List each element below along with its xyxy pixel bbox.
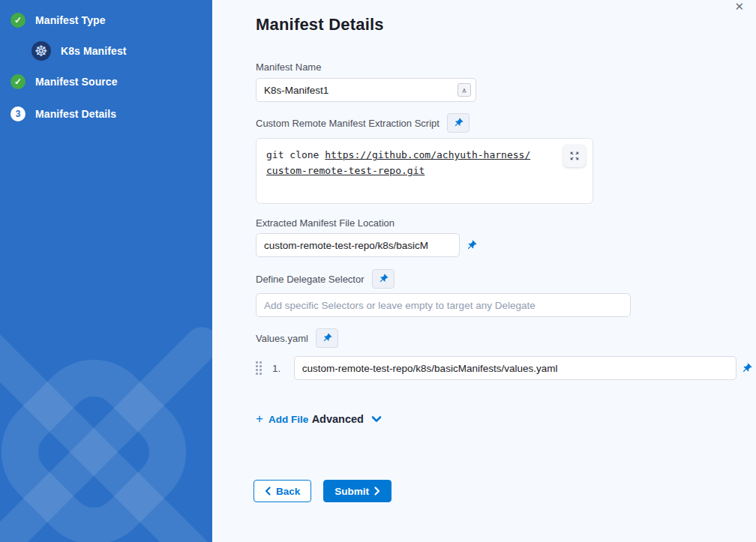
wizard-footer: Back Submit <box>254 480 756 502</box>
step-label: Manifest Type <box>35 14 106 26</box>
sidebar-item-manifest-type[interactable]: ✓ Manifest Type <box>10 10 212 30</box>
runtime-input-pin-button[interactable] <box>316 328 338 348</box>
add-file-label: Add File <box>268 414 308 425</box>
step-label: K8s Manifest <box>61 45 127 57</box>
harness-logo-watermark <box>0 317 212 542</box>
manifest-name-field <box>256 78 476 102</box>
values-yaml-label: Values.yaml <box>256 333 308 344</box>
check-circle-icon: ✓ <box>10 74 26 89</box>
sidebar-item-k8s-manifest[interactable]: ☸ K8s Manifest <box>32 41 212 61</box>
file-location-field <box>256 233 756 257</box>
advanced-section-toggle[interactable]: Advanced <box>312 413 382 425</box>
script-code: git clone https://github.com/achyuth-har… <box>266 147 556 178</box>
runtime-input-pin-button[interactable] <box>736 358 756 379</box>
close-icon[interactable]: ✕ <box>734 0 744 13</box>
fixed-input-type-icon[interactable] <box>458 83 471 97</box>
values-file-path-input[interactable] <box>294 356 736 380</box>
file-location-label: Extracted Manifest File Location <box>256 217 756 229</box>
step-number-badge: 3 <box>10 106 26 121</box>
values-file-row: 1. <box>256 356 756 380</box>
delegate-selector-input[interactable] <box>256 293 631 317</box>
extraction-script-label: Custom Remote Manifest Extraction Script <box>256 118 440 129</box>
row-index: 1. <box>272 363 287 374</box>
plus-icon: + <box>256 414 263 424</box>
manifest-wizard-dialog: ✓ Manifest Type ☸ K8s Manifest ✓ Manifes… <box>0 0 756 542</box>
submit-button[interactable]: Submit <box>323 480 392 502</box>
drag-handle[interactable] <box>256 361 262 375</box>
delegate-selector-label: Define Delegate Selector <box>256 274 364 285</box>
sidebar-item-manifest-details[interactable]: 3 Manifest Details <box>10 104 212 124</box>
expand-icon[interactable] <box>563 145 586 167</box>
add-file-button[interactable]: + Add File <box>256 414 308 425</box>
sidebar-item-manifest-source[interactable]: ✓ Manifest Source <box>10 72 212 91</box>
runtime-input-pin-button[interactable] <box>447 113 470 133</box>
page-title: Manifest Details <box>256 15 756 34</box>
kubernetes-wheel-icon: ☸ <box>32 41 51 61</box>
runtime-input-pin-button[interactable] <box>372 269 394 289</box>
wizard-steps-sidebar: ✓ Manifest Type ☸ K8s Manifest ✓ Manifes… <box>0 0 212 542</box>
script-repo-url: https://github.com/achyuth-harness/ <box>325 149 530 160</box>
manifest-name-label: Manifest Name <box>256 61 756 73</box>
manifest-details-panel: ✕ Manifest Details Manifest Name Custom … <box>212 0 756 542</box>
extraction-script-editor[interactable]: git clone https://github.com/achyuth-har… <box>256 138 593 204</box>
chevron-right-icon <box>374 487 380 496</box>
back-button[interactable]: Back <box>254 480 311 502</box>
chevron-down-icon <box>371 415 382 423</box>
script-repo-url: custom-remote-test-repo.git <box>266 165 424 176</box>
file-location-input[interactable] <box>256 233 460 257</box>
check-circle-icon: ✓ <box>10 13 26 28</box>
chevron-left-icon <box>265 487 271 496</box>
runtime-input-pin-button[interactable] <box>461 235 481 256</box>
advanced-label: Advanced <box>312 413 364 425</box>
step-label: Manifest Details <box>35 108 116 120</box>
manifest-name-input[interactable] <box>256 78 476 102</box>
step-label: Manifest Source <box>35 76 118 88</box>
